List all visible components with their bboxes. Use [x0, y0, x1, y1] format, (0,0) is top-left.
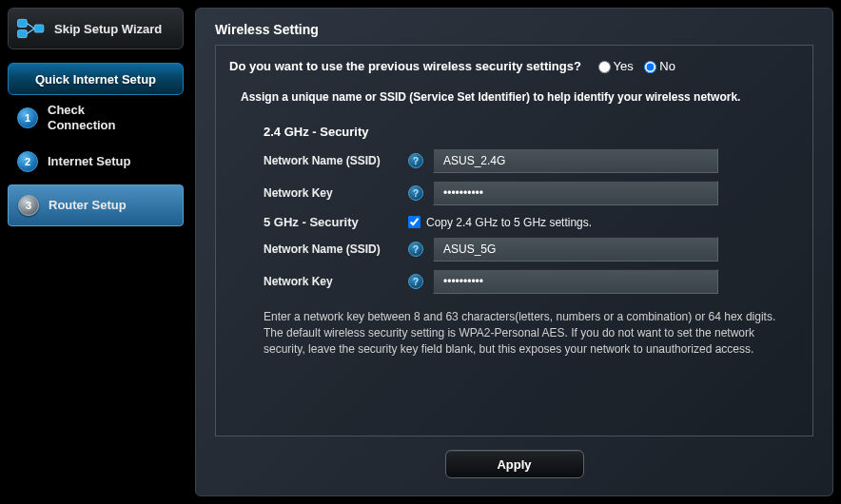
prev-settings-question: Do you want to use the previous wireless… [229, 59, 799, 73]
ssid-24-input[interactable] [433, 148, 718, 173]
step-router-setup[interactable]: 3 Router Setup [8, 184, 184, 226]
apply-button[interactable]: Apply [445, 450, 584, 478]
help-icon[interactable]: ? [408, 274, 423, 289]
sidebar: Skip Setup Wizard Quick Internet Setup 1… [8, 8, 184, 496]
app-container: Skip Setup Wizard Quick Internet Setup 1… [0, 0, 841, 504]
step-number-icon: 2 [17, 151, 38, 172]
help-icon[interactable]: ? [408, 185, 423, 201]
copy-settings-row: Copy 2.4 GHz to 5 GHz settings. [408, 216, 592, 229]
row-5ghz-head: 5 GHz - Security Copy 2.4 GHz to 5 GHz s… [229, 215, 799, 229]
copy-settings-checkbox[interactable] [408, 216, 420, 228]
qis-header: Quick Internet Setup [8, 63, 184, 95]
qis-title-text: Quick Internet Setup [35, 72, 156, 87]
ssid-5-input[interactable] [433, 237, 718, 262]
step-number-icon: 3 [18, 195, 39, 216]
skip-label: Skip Setup Wizard [54, 22, 162, 36]
form-box: Do you want to use the previous wireless… [215, 45, 813, 436]
no-label: No [659, 59, 675, 73]
skip-setup-button[interactable]: Skip Setup Wizard [8, 8, 184, 49]
section-24ghz-title: 2.4 GHz - Security [229, 125, 799, 139]
page-title: Wireless Setting [215, 22, 813, 37]
svg-rect-1 [18, 30, 28, 38]
ssid-24-label: Network Name (SSID) [229, 154, 408, 167]
prev-no-option[interactable]: No [636, 59, 675, 73]
help-icon[interactable]: ? [408, 153, 423, 168]
prev-yes-option[interactable]: Yes [591, 59, 634, 73]
ssid-5-label: Network Name (SSID) [229, 242, 408, 256]
yes-label: Yes [614, 59, 634, 73]
step-internet-setup[interactable]: 2 Internet Setup [8, 141, 184, 183]
question-text: Do you want to use the previous wireless… [229, 59, 581, 73]
step-label: Router Setup [49, 198, 127, 213]
row-key-24: Network Key ? [229, 181, 799, 205]
row-ssid-24: Network Name (SSID) ? [229, 148, 799, 173]
key-5-input[interactable] [433, 269, 718, 294]
step-label: Internet Setup [48, 154, 130, 169]
svg-rect-2 [34, 25, 44, 32]
section-5ghz-title: 5 GHz - Security [229, 215, 408, 229]
note-text: Enter a network key between 8 and 63 cha… [229, 309, 799, 357]
help-icon[interactable]: ? [408, 242, 423, 257]
row-key-5: Network Key ? [229, 269, 799, 294]
skip-wizard-icon [16, 17, 47, 40]
step-check-connection[interactable]: 1 CheckConnection [8, 97, 184, 139]
svg-rect-0 [18, 19, 28, 27]
step-label: CheckConnection [48, 103, 116, 132]
step-number-icon: 1 [17, 107, 38, 128]
instruction-text: Assign a unique name or SSID (Service Se… [241, 90, 799, 104]
prev-no-radio[interactable] [644, 61, 656, 73]
copy-settings-label: Copy 2.4 GHz to 5 GHz settings. [426, 216, 592, 229]
main-panel: Wireless Setting Do you want to use the … [195, 8, 833, 496]
key-24-input[interactable] [433, 181, 718, 205]
key-5-label: Network Key [229, 275, 408, 288]
prev-yes-radio[interactable] [598, 61, 611, 73]
apply-row: Apply [215, 450, 813, 478]
row-ssid-5: Network Name (SSID) ? [229, 237, 799, 262]
key-24-label: Network Key [229, 186, 408, 200]
